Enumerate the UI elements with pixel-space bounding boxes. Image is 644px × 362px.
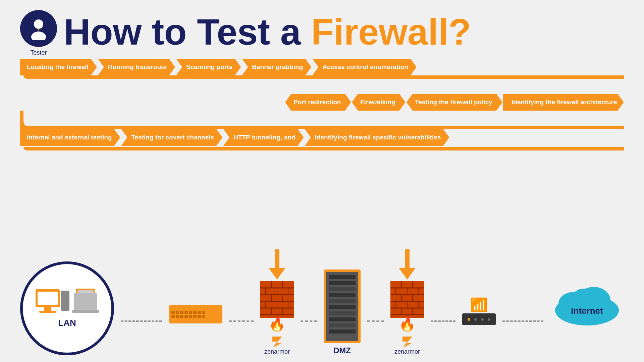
- internet-cloud: Internet: [550, 277, 624, 328]
- step-port-redirection: Port redirection: [285, 94, 351, 111]
- steps-row-2: Identifying the firewall architecture Te…: [20, 94, 624, 111]
- small-monitor-group: [72, 289, 99, 313]
- step-scanning-ports: Scanning ports: [176, 59, 241, 75]
- firewall-1-wrapper: 🔥 zenarmor: [260, 249, 294, 355]
- snake-svg-1: [20, 75, 624, 94]
- dashed-line-1: [121, 320, 162, 322]
- dashed-line-5: [431, 320, 455, 322]
- page-header: Tester How to Test a Firewall?: [0, 0, 644, 54]
- dmz-label: DMZ: [333, 346, 351, 355]
- dashed-line-2: [229, 320, 254, 322]
- step-testing-policy: Testing the firewall policy: [407, 94, 502, 111]
- step-fw-vulnerabilities: Identifying firewall specific vulnerabil…: [305, 129, 449, 146]
- monitor-large: [36, 289, 60, 313]
- flame-2: 🔥: [390, 316, 424, 332]
- zenarmor-label-1: zenarmor: [264, 348, 290, 355]
- step-access-control: Access control enumeration: [312, 59, 417, 75]
- lan-circle: LAN: [20, 261, 114, 355]
- svg-rect-2: [260, 281, 294, 318]
- network-diagram: LAN: [20, 249, 624, 355]
- pointer-1: [269, 249, 285, 280]
- snake-svg-3: [20, 147, 624, 166]
- firewall-2: 🔥: [390, 281, 424, 332]
- snake-connector-2: [20, 111, 624, 129]
- dashed-line-3: [301, 320, 317, 322]
- tester-label: Tester: [30, 49, 47, 56]
- dashed-line-4: [367, 320, 384, 322]
- switch-device: [169, 305, 222, 323]
- svg-rect-20: [390, 281, 424, 318]
- laptop: [72, 310, 99, 313]
- step-identifying-architecture: Identifying the firewall architecture: [503, 94, 624, 111]
- page-title: How to Test a Firewall?: [64, 13, 471, 50]
- snake-connector-1: [20, 75, 624, 94]
- svg-text:Internet: Internet: [571, 306, 603, 316]
- title-part2: Firewall?: [311, 11, 471, 52]
- zenarmor-icon-1: [270, 335, 285, 348]
- wifi-signal-icon: 📶: [467, 295, 491, 312]
- svg-point-1: [31, 32, 46, 40]
- firewall-2-wrapper: 🔥 zenarmor: [390, 249, 424, 355]
- step-banner-grabbing: Banner grabbing: [242, 59, 311, 75]
- title-part1: How to Test a: [64, 11, 311, 52]
- firewall-1: 🔥: [260, 281, 294, 332]
- step-firewalking: Firewalking: [352, 94, 406, 111]
- step-http-tunneling: HTTP tunneling, and: [223, 129, 304, 146]
- zenarmor-2: zenarmor: [394, 335, 420, 355]
- dashed-line-6: [502, 320, 544, 322]
- step-internal-external: Internal and external testing: [20, 129, 120, 146]
- tester-avatar-wrapper: Tester: [20, 10, 57, 47]
- zenarmor-1: zenarmor: [264, 335, 290, 355]
- step-locating-firewall: Locating the firewall: [20, 59, 97, 75]
- wifi-router: 📶: [462, 295, 496, 325]
- lan-devices: [36, 289, 99, 313]
- pointer-2: [399, 249, 416, 280]
- zenarmor-label-2: zenarmor: [394, 348, 420, 355]
- step-covert-channels: Testing for covert channels: [121, 129, 222, 146]
- steps-row-1: Locating the firewall Running traceroute…: [20, 59, 624, 75]
- avatar-circle: [20, 10, 57, 47]
- svg-point-0: [34, 19, 43, 29]
- steps-area: Locating the firewall Running traceroute…: [20, 59, 624, 166]
- desktop-group: [36, 289, 69, 313]
- steps-row-3: Internal and external testing Testing fo…: [20, 129, 624, 146]
- lan-label: LAN: [58, 318, 76, 328]
- person-icon: [27, 17, 50, 40]
- svg-text:📶: 📶: [470, 297, 488, 312]
- tower-unit: [61, 291, 69, 311]
- snake-svg-2: [20, 111, 624, 129]
- step-running-traceroute: Running traceroute: [98, 59, 175, 75]
- zenarmor-icon-2: [400, 335, 415, 348]
- flame-1: 🔥: [260, 316, 294, 332]
- snake-connector-3: [20, 147, 624, 166]
- dmz-server: DMZ: [324, 269, 361, 355]
